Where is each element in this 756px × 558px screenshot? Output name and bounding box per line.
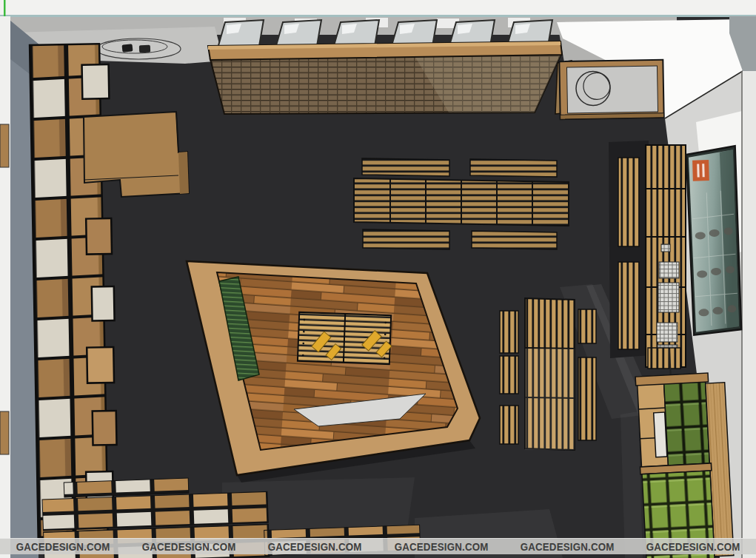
watermark-text: GACEDESIGN.COM [381,541,501,553]
watermark-text: GACEDESIGN.COM [129,541,249,553]
bench [470,159,557,177]
reading-tables-right [500,298,596,450]
bench [618,158,639,246]
stool [122,44,133,52]
green-axis-line [4,0,6,16]
watermark-text: GACEDESIGN.COM [255,541,375,553]
watermark-text: GACEDESIGN.COM [633,541,753,553]
bench [500,311,518,353]
render-scene [0,0,756,558]
teal-trim-line [0,15,756,17]
service-cabinet [559,60,663,119]
bench [500,356,518,394]
bench [618,262,639,349]
left-wall-wood-patch-1 [0,124,9,167]
central-platform [187,261,480,483]
outer-wall-strip-right [743,71,756,558]
locker-green-upper [664,380,710,465]
poster-orange-logo [692,160,709,181]
slatted-display-wall [208,41,572,114]
left-wall-wood-patch-2 [0,411,9,454]
green-locker-unit [635,372,734,558]
wall-poster [686,146,742,335]
bench [472,231,557,249]
wire-baskets [657,244,679,363]
interior-render-image: GACEDESIGN.COM GACEDESIGN.COM GACEDESIGN… [0,0,756,558]
bench [578,309,596,343]
watermark-text: GACEDESIGN.COM [3,541,123,553]
shelf-foot-slats [648,348,680,369]
watermark-bar: GACEDESIGN.COM GACEDESIGN.COM GACEDESIGN… [0,538,756,554]
wall-shelf-baskets [646,145,686,379]
bench [362,158,449,176]
oval-rug [96,38,181,59]
platform-table [298,312,392,364]
stool [139,45,150,53]
watermark-text: GACEDESIGN.COM [507,541,627,553]
top-ceiling-band [0,0,756,16]
outer-wall-strip-left [0,16,10,558]
bench [500,406,518,444]
bench [363,229,449,249]
bench [578,357,596,440]
locker-white-box [654,412,667,457]
